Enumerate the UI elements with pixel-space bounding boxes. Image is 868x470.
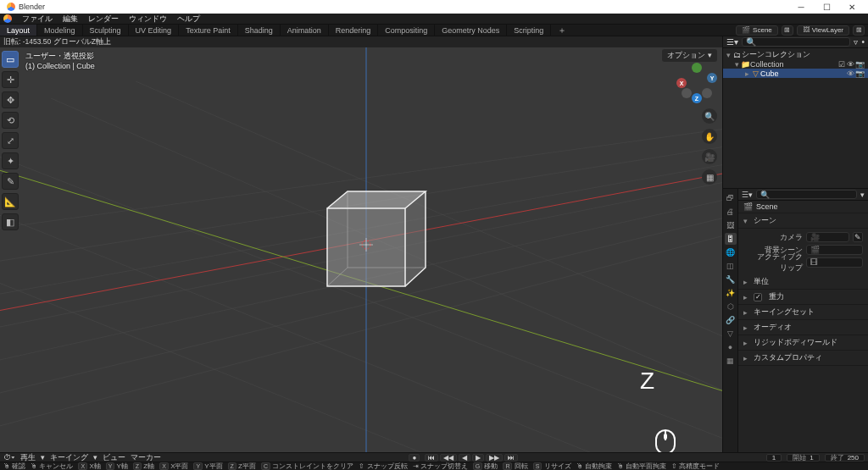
autokey-toggle[interactable]: ● bbox=[409, 454, 420, 462]
play-reverse-button[interactable]: ◀ bbox=[459, 454, 470, 462]
maximize-button[interactable]: ☐ bbox=[814, 0, 839, 14]
axis-y-neg[interactable] bbox=[682, 88, 692, 98]
zoom-button[interactable]: 🔍 bbox=[702, 108, 717, 124]
current-frame-field[interactable]: 1 bbox=[766, 454, 782, 462]
ptab-physics[interactable]: ⬡ bbox=[725, 301, 737, 312]
tab-compositing[interactable]: Compositing bbox=[378, 25, 435, 36]
ptab-output[interactable]: 🖨 bbox=[725, 206, 737, 218]
pan-button[interactable]: ✋ bbox=[702, 129, 717, 144]
tool-select-box[interactable]: ▭ bbox=[2, 51, 19, 68]
panel-scene-header[interactable]: ▾シーン bbox=[738, 213, 868, 229]
axis-y-pos[interactable]: Y bbox=[707, 73, 717, 83]
tab-geometry-nodes[interactable]: Geometry Nodes bbox=[435, 25, 507, 36]
tree-scene-collection[interactable]: ▾ 🗂 シーンコレクション bbox=[723, 50, 868, 59]
play-button[interactable]: ▶ bbox=[472, 454, 484, 462]
viewport-options-dropdown[interactable]: オプション ▾ bbox=[662, 49, 717, 62]
properties-search-input[interactable] bbox=[772, 191, 853, 198]
camera-view-button[interactable]: 🎥 bbox=[702, 149, 717, 164]
filter-icon[interactable]: ▿ bbox=[854, 37, 858, 47]
panel-keying-header[interactable]: ▸キーイングセット bbox=[738, 305, 868, 320]
axis-x-pos[interactable]: X bbox=[676, 78, 687, 88]
tab-sculpting[interactable]: Sculpting bbox=[83, 25, 129, 36]
tree-collection[interactable]: ▾ 📁 Collection ☑ 👁 📷 bbox=[723, 59, 868, 69]
ptab-object[interactable]: ◫ bbox=[725, 260, 737, 272]
ptab-texture[interactable]: ▦ bbox=[725, 355, 737, 367]
outliner-search[interactable]: 🔍 bbox=[742, 37, 850, 47]
tab-shading[interactable]: Shading bbox=[238, 25, 281, 36]
gravity-checkbox[interactable] bbox=[754, 293, 762, 301]
timeline-marker-menu[interactable]: マーカー bbox=[131, 452, 161, 463]
timeline-keying-menu[interactable]: キーイング bbox=[50, 452, 88, 463]
ptab-render[interactable]: 🗗 bbox=[725, 192, 737, 204]
tool-move[interactable]: ✥ bbox=[2, 91, 19, 108]
props-editor-type-icon[interactable]: ☰▾ bbox=[742, 191, 753, 199]
exclude-toggle[interactable]: ☑ bbox=[837, 60, 846, 69]
render-toggle[interactable]: 📷 bbox=[855, 69, 865, 78]
render-toggle[interactable]: 📷 bbox=[855, 60, 865, 69]
panel-gravity-header[interactable]: ▸重力 bbox=[738, 290, 868, 305]
tool-measure[interactable]: 📐 bbox=[2, 193, 19, 210]
pin-icon[interactable]: ▾ bbox=[860, 191, 865, 199]
tool-rotate[interactable]: ⟲ bbox=[2, 112, 19, 129]
add-workspace-button[interactable]: ＋ bbox=[551, 25, 573, 36]
ptab-world[interactable]: 🌐 bbox=[725, 246, 737, 258]
tab-scripting[interactable]: Scripting bbox=[507, 25, 551, 36]
camera-field[interactable]: 🎥 bbox=[806, 232, 849, 242]
hide-toggle[interactable]: 👁 bbox=[846, 69, 855, 78]
new-viewlayer-button[interactable]: ⊞ bbox=[853, 25, 865, 36]
3d-viewport[interactable]: ユーザー・透視投影 (1) Collection | Cube オプション ▾ … bbox=[0, 47, 722, 452]
panel-audio-header[interactable]: ▸オーディオ bbox=[738, 320, 868, 335]
tab-uv-editing[interactable]: UV Editing bbox=[129, 25, 180, 36]
ptab-material[interactable]: ● bbox=[725, 341, 737, 353]
menu-edit[interactable]: 編集 bbox=[58, 14, 83, 25]
outliner-search-input[interactable] bbox=[759, 38, 846, 46]
panel-units-header[interactable]: ▸単位 bbox=[738, 274, 868, 290]
camera-eyedropper[interactable]: ✎ bbox=[853, 232, 863, 242]
toggle-ortho-button[interactable]: ▦ bbox=[702, 169, 717, 185]
timeline-playback-menu[interactable]: 再生 bbox=[20, 452, 36, 463]
tool-transform[interactable]: ✦ bbox=[2, 152, 19, 169]
close-button[interactable]: ✕ bbox=[839, 0, 865, 14]
prev-key-button[interactable]: ◀◀ bbox=[440, 454, 457, 462]
end-frame-field[interactable]: 終了250 bbox=[825, 454, 865, 462]
orbit-gizmo[interactable]: Y X Z bbox=[676, 63, 717, 103]
tool-cursor[interactable]: ✛ bbox=[2, 71, 19, 88]
menu-help[interactable]: ヘルプ bbox=[172, 14, 205, 25]
jump-end-button[interactable]: ⏭ bbox=[504, 454, 518, 462]
ptab-scene[interactable]: 🎛 bbox=[725, 233, 737, 245]
hide-toggle[interactable]: 👁 bbox=[846, 60, 855, 69]
axis-z-pos[interactable] bbox=[692, 63, 702, 73]
panel-rigid-header[interactable]: ▸リジッドボディワールド bbox=[738, 335, 868, 351]
tab-texture-paint[interactable]: Texture Paint bbox=[179, 25, 238, 36]
panel-custom-header[interactable]: ▸カスタムプロパティ bbox=[738, 351, 868, 366]
axis-x-neg[interactable] bbox=[702, 88, 712, 98]
tab-rendering[interactable]: Rendering bbox=[329, 25, 379, 36]
timeline-editor-type-icon[interactable]: ⏱▾ bbox=[3, 453, 15, 462]
minimize-button[interactable]: ─ bbox=[788, 0, 814, 14]
jump-start-button[interactable]: ⏮ bbox=[425, 454, 438, 462]
tab-animation[interactable]: Animation bbox=[281, 25, 329, 36]
activeclip-field[interactable]: 🎞 bbox=[806, 257, 863, 268]
menu-window[interactable]: ウィンドウ bbox=[124, 14, 172, 25]
menu-file[interactable]: ファイル bbox=[17, 14, 58, 25]
ptab-viewlayer[interactable]: 🖼 bbox=[725, 219, 737, 231]
tool-scale[interactable]: ⤢ bbox=[2, 132, 19, 149]
tab-layout[interactable]: Layout bbox=[0, 25, 37, 36]
bgscene-field[interactable]: 🎬 bbox=[806, 245, 863, 255]
ptab-particles[interactable]: ✨ bbox=[725, 287, 737, 299]
menu-render[interactable]: レンダー bbox=[83, 14, 124, 25]
scene-selector[interactable]: 🎬Scene bbox=[736, 25, 778, 36]
next-key-button[interactable]: ▶▶ bbox=[486, 454, 503, 462]
timeline-view-menu[interactable]: ビュー bbox=[103, 452, 125, 463]
start-frame-field[interactable]: 開始1 bbox=[787, 454, 819, 462]
ptab-data[interactable]: ▽ bbox=[725, 328, 737, 340]
outliner-editor-type-icon[interactable]: ☰▾ bbox=[726, 37, 738, 47]
filter-dot-icon[interactable]: • bbox=[861, 37, 865, 47]
tab-modeling[interactable]: Modeling bbox=[37, 25, 83, 36]
axis-z-neg[interactable]: Z bbox=[692, 93, 702, 103]
properties-search[interactable]: 🔍 bbox=[756, 190, 857, 199]
viewlayer-selector[interactable]: 🖼ViewLayer bbox=[797, 25, 849, 36]
ptab-constraints[interactable]: 🔗 bbox=[725, 314, 737, 326]
tool-annotate[interactable]: ✎ bbox=[2, 173, 19, 190]
new-scene-button[interactable]: ⊞ bbox=[782, 25, 793, 36]
